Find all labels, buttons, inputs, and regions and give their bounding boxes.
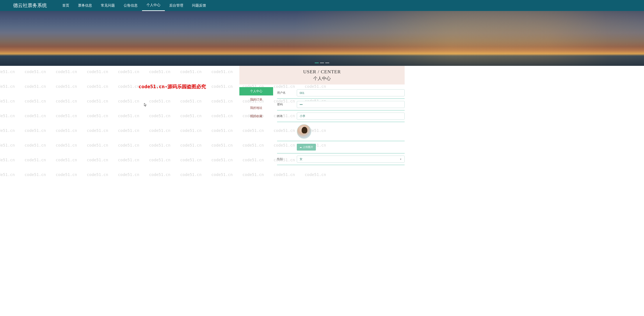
nav-item-6[interactable]: 问题反馈 (188, 0, 210, 11)
watermark-text: code51.cn (118, 69, 140, 74)
watermark-text: code51.cn (118, 143, 140, 147)
carousel-dot-0[interactable] (315, 63, 319, 63)
profile-form: 用户名 密码 姓名 ☁ 上传图片 (273, 87, 405, 165)
sidebar-item-3[interactable]: 我的收藏 (239, 112, 273, 121)
watermark-text: code51.cn (56, 69, 77, 74)
row-avatar (277, 122, 405, 141)
watermark-text: code51.cn (87, 99, 108, 103)
watermark-text: code51.cn (87, 84, 108, 89)
watermark-text: code51.cn (180, 113, 202, 118)
watermark-text: code51.cn (118, 128, 140, 133)
watermark-text: code51.cn (87, 128, 108, 133)
watermark-text: code51.cn (180, 158, 202, 162)
chevron-down-icon: ▼ (400, 158, 402, 160)
page-title-block: USER / CENTER 个人中心 (239, 66, 405, 85)
watermark-text: code51.cn (56, 113, 77, 118)
row-password: 密码 (277, 99, 405, 110)
watermark-text: code51.cn (0, 128, 15, 133)
watermark-text: code51.cn (87, 113, 108, 118)
banner-carousel[interactable] (0, 11, 644, 66)
input-name[interactable] (297, 113, 405, 120)
watermark-text: code51.cn (118, 99, 140, 103)
nav-item-1[interactable]: 票务信息 (74, 0, 96, 11)
input-username[interactable] (297, 89, 405, 96)
watermark-text: code51.cn (24, 158, 46, 162)
row-name: 姓名 (277, 110, 405, 122)
watermark-text: code51.cn (180, 99, 202, 103)
row-upload: ☁ 上传图片 (277, 141, 405, 153)
watermark-text: code51.cn (0, 69, 15, 74)
watermark-text: code51.cn (211, 158, 233, 162)
watermark-text: code51.cn (149, 84, 170, 89)
watermark-text: code51.cn (211, 143, 233, 147)
watermark-text: code51.cn (56, 143, 77, 147)
label-password: 密码 (277, 103, 297, 106)
nav-item-2[interactable]: 常见问题 (96, 0, 119, 11)
watermark-text: code51.cn (24, 128, 46, 133)
nav-item-0[interactable]: 首页 (58, 0, 74, 11)
watermark-text: code51.cn (0, 99, 15, 103)
watermark-text: code51.cn (211, 84, 233, 89)
watermark-text: code51.cn (0, 158, 15, 162)
select-gender-value: 女 (300, 157, 302, 161)
watermark-text: code51.cn (56, 84, 77, 89)
nav-item-4[interactable]: 个人中心 (142, 0, 165, 11)
label-username: 用户名 (277, 91, 297, 95)
watermark-text: code51.cn (149, 69, 170, 74)
carousel-indicators (315, 63, 329, 63)
content-wrap: 个人中心我的订单我的地址我的收藏 用户名 密码 姓名 (239, 87, 405, 165)
watermark-text: code51.cn (87, 158, 108, 162)
watermark-text: code51.cn (211, 69, 233, 74)
row-gender: 性别 女 ▼ (277, 153, 405, 165)
nav-item-3[interactable]: 公告信息 (119, 0, 142, 11)
watermark-text: code51.cn (180, 128, 202, 133)
watermark-text: code51.cn (211, 113, 233, 118)
watermark-text: code51.cn (118, 158, 140, 162)
watermark-text: code51.cn (211, 99, 233, 103)
row-username: 用户名 (277, 87, 405, 99)
watermark-text: code51.cn (56, 128, 77, 133)
upload-button-label: 上传图片 (303, 145, 313, 149)
sidebar-item-1[interactable]: 我的订单 (239, 96, 273, 104)
watermark-text: code51.cn (24, 69, 46, 74)
watermark-text: code51.cn (180, 84, 202, 89)
watermark-text: code51.cn (56, 99, 77, 103)
watermark-text: code51.cn (180, 143, 202, 147)
brand-title: 德云社票务系统 (13, 2, 47, 9)
avatar-image[interactable] (297, 124, 311, 139)
cloud-upload-icon: ☁ (300, 146, 302, 149)
watermark-text: code51.cn (149, 99, 170, 103)
watermark-text: code51.cn (0, 143, 15, 147)
top-navbar: 德云社票务系统 首页票务信息常见问题公告信息个人中心后台管理问题反馈 (0, 0, 644, 11)
page-title-en: USER / CENTER (239, 69, 405, 75)
watermark-text: code51.cn (0, 84, 15, 89)
carousel-dot-2[interactable] (325, 63, 329, 63)
nav-item-5[interactable]: 后台管理 (165, 0, 188, 11)
label-gender: 性别 (277, 157, 297, 161)
sidebar-item-2[interactable]: 我的地址 (239, 104, 273, 112)
sidebar: 个人中心我的订单我的地址我的收藏 (239, 87, 273, 165)
watermark-text: code51.cn (24, 84, 46, 89)
sidebar-item-0[interactable]: 个人中心 (239, 87, 273, 96)
watermark-text: code51.cn (56, 158, 77, 162)
watermark-text: code51.cn (87, 69, 108, 74)
watermark-warning-text: code51.cn-源码乐园盗图必究 (138, 83, 206, 90)
watermark-text: code51.cn (24, 143, 46, 147)
watermark-text: code51.cn (149, 113, 170, 118)
watermark-text: code51.cn (149, 158, 170, 162)
watermark-text: code51.cn (24, 113, 46, 118)
label-name: 姓名 (277, 114, 297, 118)
watermark-text: code51.cn (149, 128, 170, 133)
watermark-text: code51.cn (118, 84, 140, 89)
watermark-text: code51.cn (87, 143, 108, 147)
watermark-text: code51.cn (0, 113, 15, 118)
carousel-dot-1[interactable] (320, 63, 324, 63)
input-password[interactable] (297, 101, 405, 108)
select-gender[interactable]: 女 ▼ (297, 156, 405, 163)
watermark-text: code51.cn (180, 69, 202, 74)
watermark-text: code51.cn (211, 128, 233, 133)
watermark-text: code51.cn (149, 143, 170, 147)
watermark-text: code51.cn (24, 99, 46, 103)
upload-button[interactable]: ☁ 上传图片 (297, 144, 316, 151)
page-title-cn: 个人中心 (239, 76, 405, 81)
